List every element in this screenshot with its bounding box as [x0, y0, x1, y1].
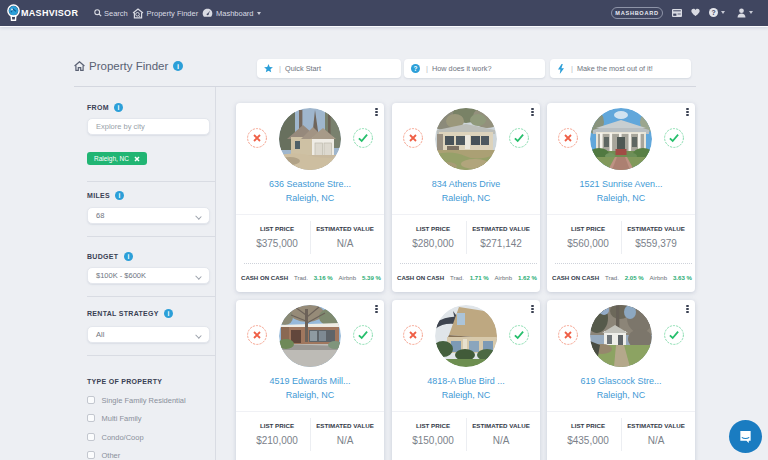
svg-text:?: ? — [414, 65, 418, 72]
svg-text:i: i — [119, 192, 121, 199]
svg-text:i: i — [167, 310, 169, 317]
svg-text:i: i — [177, 62, 179, 71]
svg-text:?: ? — [711, 9, 715, 16]
svg-text:i: i — [117, 104, 119, 111]
svg-text:i: i — [127, 253, 129, 260]
